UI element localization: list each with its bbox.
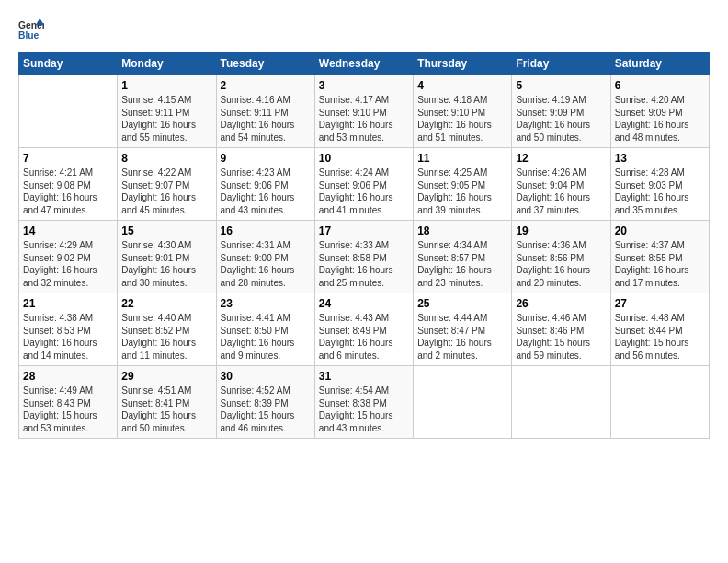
calendar-cell: 30Sunrise: 4:52 AMSunset: 8:39 PMDayligh…	[216, 366, 314, 439]
logo-icon: General Blue	[18, 17, 44, 42]
day-number: 15	[121, 224, 211, 237]
day-info: Sunrise: 4:18 AMSunset: 9:10 PMDaylight:…	[417, 94, 507, 144]
weekday-header: Wednesday	[314, 52, 413, 75]
day-number: 24	[319, 297, 409, 310]
day-info: Sunrise: 4:49 AMSunset: 8:43 PMDaylight:…	[23, 385, 113, 434]
day-info: Sunrise: 4:30 AMSunset: 9:01 PMDaylight:…	[121, 239, 211, 289]
calendar-cell: 15Sunrise: 4:30 AMSunset: 9:01 PMDayligh…	[118, 221, 216, 293]
calendar-cell: 7Sunrise: 4:21 AMSunset: 9:08 PMDaylight…	[19, 148, 118, 221]
calendar-header-row: SundayMondayTuesdayWednesdayThursdayFrid…	[19, 52, 710, 75]
calendar-week-row: 1Sunrise: 4:15 AMSunset: 9:11 PMDaylight…	[19, 75, 710, 148]
day-number: 26	[516, 297, 606, 310]
day-number: 22	[121, 297, 211, 310]
day-info: Sunrise: 4:43 AMSunset: 8:49 PMDaylight:…	[319, 312, 409, 362]
calendar-cell: 29Sunrise: 4:51 AMSunset: 8:41 PMDayligh…	[118, 366, 216, 439]
calendar-cell	[610, 366, 709, 439]
day-info: Sunrise: 4:23 AMSunset: 9:06 PMDaylight:…	[221, 167, 311, 216]
weekday-header: Monday	[118, 52, 216, 75]
calendar-cell: 13Sunrise: 4:28 AMSunset: 9:03 PMDayligh…	[610, 148, 709, 221]
day-info: Sunrise: 4:48 AMSunset: 8:44 PMDaylight:…	[615, 312, 705, 362]
calendar-cell: 2Sunrise: 4:16 AMSunset: 9:11 PMDaylight…	[216, 75, 314, 148]
calendar-cell: 28Sunrise: 4:49 AMSunset: 8:43 PMDayligh…	[19, 366, 118, 439]
calendar-week-row: 28Sunrise: 4:49 AMSunset: 8:43 PMDayligh…	[19, 366, 710, 439]
day-info: Sunrise: 4:51 AMSunset: 8:41 PMDaylight:…	[121, 385, 211, 434]
calendar-cell: 5Sunrise: 4:19 AMSunset: 9:09 PMDaylight…	[512, 75, 610, 148]
calendar-cell	[19, 75, 118, 148]
day-info: Sunrise: 4:36 AMSunset: 8:56 PMDaylight:…	[516, 239, 606, 289]
day-info: Sunrise: 4:25 AMSunset: 9:05 PMDaylight:…	[417, 167, 507, 216]
day-number: 8	[121, 152, 211, 165]
logo: General Blue	[18, 17, 44, 42]
day-number: 6	[615, 79, 705, 92]
day-info: Sunrise: 4:29 AMSunset: 9:02 PMDaylight:…	[23, 239, 113, 289]
calendar-cell: 22Sunrise: 4:40 AMSunset: 8:52 PMDayligh…	[118, 293, 216, 366]
day-info: Sunrise: 4:20 AMSunset: 9:09 PMDaylight:…	[615, 94, 705, 144]
day-number: 4	[417, 79, 507, 92]
day-number: 14	[23, 224, 113, 237]
day-number: 23	[221, 297, 311, 310]
calendar-cell: 12Sunrise: 4:26 AMSunset: 9:04 PMDayligh…	[512, 148, 610, 221]
day-info: Sunrise: 4:31 AMSunset: 9:00 PMDaylight:…	[221, 239, 311, 289]
day-number: 29	[121, 370, 211, 383]
day-number: 13	[615, 152, 705, 165]
calendar-cell: 4Sunrise: 4:18 AMSunset: 9:10 PMDaylight…	[414, 75, 512, 148]
calendar-cell: 25Sunrise: 4:44 AMSunset: 8:47 PMDayligh…	[414, 293, 512, 366]
calendar-cell: 8Sunrise: 4:22 AMSunset: 9:07 PMDaylight…	[118, 148, 216, 221]
day-number: 21	[23, 297, 113, 310]
calendar-cell: 26Sunrise: 4:46 AMSunset: 8:46 PMDayligh…	[512, 293, 610, 366]
calendar-cell: 3Sunrise: 4:17 AMSunset: 9:10 PMDaylight…	[314, 75, 413, 148]
day-number: 3	[319, 79, 409, 92]
calendar-cell: 17Sunrise: 4:33 AMSunset: 8:58 PMDayligh…	[314, 221, 413, 293]
day-info: Sunrise: 4:22 AMSunset: 9:07 PMDaylight:…	[121, 167, 211, 216]
day-number: 12	[516, 152, 606, 165]
day-info: Sunrise: 4:44 AMSunset: 8:47 PMDaylight:…	[417, 312, 507, 362]
calendar-cell: 1Sunrise: 4:15 AMSunset: 9:11 PMDaylight…	[118, 75, 216, 148]
calendar-cell: 20Sunrise: 4:37 AMSunset: 8:55 PMDayligh…	[610, 221, 709, 293]
day-info: Sunrise: 4:26 AMSunset: 9:04 PMDaylight:…	[516, 167, 606, 216]
day-info: Sunrise: 4:24 AMSunset: 9:06 PMDaylight:…	[319, 167, 409, 216]
day-number: 11	[417, 152, 507, 165]
day-info: Sunrise: 4:40 AMSunset: 8:52 PMDaylight:…	[121, 312, 211, 362]
day-number: 27	[615, 297, 705, 310]
day-number: 2	[221, 79, 311, 92]
header: General Blue	[18, 17, 710, 42]
day-number: 10	[319, 152, 409, 165]
day-info: Sunrise: 4:19 AMSunset: 9:09 PMDaylight:…	[516, 94, 606, 144]
day-number: 19	[516, 224, 606, 237]
day-info: Sunrise: 4:33 AMSunset: 8:58 PMDaylight:…	[319, 239, 409, 289]
calendar-week-row: 21Sunrise: 4:38 AMSunset: 8:53 PMDayligh…	[19, 293, 710, 366]
day-info: Sunrise: 4:38 AMSunset: 8:53 PMDaylight:…	[23, 312, 113, 362]
day-number: 31	[319, 370, 409, 383]
calendar-cell: 6Sunrise: 4:20 AMSunset: 9:09 PMDaylight…	[610, 75, 709, 148]
day-number: 5	[516, 79, 606, 92]
day-info: Sunrise: 4:34 AMSunset: 8:57 PMDaylight:…	[417, 239, 507, 289]
day-info: Sunrise: 4:54 AMSunset: 8:38 PMDaylight:…	[319, 385, 409, 434]
day-number: 7	[23, 152, 113, 165]
calendar-cell: 18Sunrise: 4:34 AMSunset: 8:57 PMDayligh…	[414, 221, 512, 293]
calendar-week-row: 7Sunrise: 4:21 AMSunset: 9:08 PMDaylight…	[19, 148, 710, 221]
day-number: 25	[417, 297, 507, 310]
weekday-header: Sunday	[19, 52, 118, 75]
calendar-cell: 19Sunrise: 4:36 AMSunset: 8:56 PMDayligh…	[512, 221, 610, 293]
calendar-cell: 24Sunrise: 4:43 AMSunset: 8:49 PMDayligh…	[314, 293, 413, 366]
day-number: 16	[221, 224, 311, 237]
calendar-cell: 23Sunrise: 4:41 AMSunset: 8:50 PMDayligh…	[216, 293, 314, 366]
page: General Blue SundayMondayTuesdayWednesda…	[0, 0, 728, 448]
day-info: Sunrise: 4:17 AMSunset: 9:10 PMDaylight:…	[319, 94, 409, 144]
calendar-cell: 16Sunrise: 4:31 AMSunset: 9:00 PMDayligh…	[216, 221, 314, 293]
calendar-cell	[414, 366, 512, 439]
day-number: 17	[319, 224, 409, 237]
day-info: Sunrise: 4:28 AMSunset: 9:03 PMDaylight:…	[615, 167, 705, 216]
weekday-header: Saturday	[610, 52, 709, 75]
day-info: Sunrise: 4:46 AMSunset: 8:46 PMDaylight:…	[516, 312, 606, 362]
day-number: 30	[221, 370, 311, 383]
svg-text:Blue: Blue	[18, 30, 40, 40]
day-number: 1	[121, 79, 211, 92]
day-info: Sunrise: 4:41 AMSunset: 8:50 PMDaylight:…	[221, 312, 311, 362]
day-number: 9	[221, 152, 311, 165]
calendar-week-row: 14Sunrise: 4:29 AMSunset: 9:02 PMDayligh…	[19, 221, 710, 293]
day-number: 18	[417, 224, 507, 237]
calendar-table: SundayMondayTuesdayWednesdayThursdayFrid…	[18, 52, 710, 439]
weekday-header: Friday	[512, 52, 610, 75]
day-info: Sunrise: 4:21 AMSunset: 9:08 PMDaylight:…	[23, 167, 113, 216]
